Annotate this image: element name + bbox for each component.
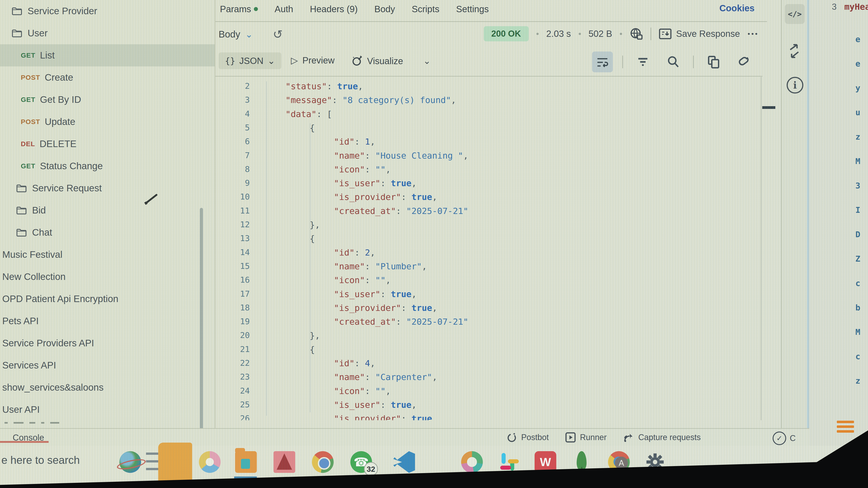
tab-headers-9[interactable]: Headers (9)	[310, 4, 358, 14]
vscode-icon[interactable]	[393, 451, 415, 473]
link-icon[interactable]	[734, 52, 754, 72]
code-line: 11"created_at": "2025-07-21"	[215, 206, 761, 220]
sidebar-item-label: Bid	[32, 205, 46, 216]
response-json-body[interactable]: 2"status": true,3"message": "8 category(…	[215, 77, 761, 420]
dot-separator	[579, 33, 581, 35]
response-scrollbar-thumb[interactable]	[762, 106, 775, 109]
code-snippet-button[interactable]: </>	[785, 4, 805, 24]
sidebar-item-new-collection[interactable]: New Collection	[0, 266, 215, 288]
sidebar-item-show-services-saloons[interactable]: show_services&saloons	[0, 377, 215, 398]
scroll-to-icon[interactable]	[787, 43, 802, 59]
sidebar-item-label: Status Change	[40, 161, 103, 171]
cookies-link[interactable]: Cookies	[719, 3, 754, 13]
status-badge: 200 OK	[484, 26, 529, 41]
save-icon	[659, 29, 672, 39]
code-line: 9"is_user": true,	[215, 178, 761, 192]
save-response-button[interactable]: Save Response	[659, 29, 740, 39]
sidebar-item-label: User	[28, 28, 48, 39]
color-wheel-icon[interactable]	[199, 451, 221, 473]
sidebar-item-label: New Collection	[2, 271, 66, 282]
footer-right-tools: Postbot Runner Capture requests	[506, 432, 701, 443]
taskbar-search-input[interactable]: e here to search	[1, 454, 80, 466]
response-body-dropdown[interactable]: Body ⌄	[219, 29, 253, 40]
code-text: {	[310, 345, 315, 355]
sidebar-item-create[interactable]: POSTCreate	[0, 66, 215, 89]
slack-icon[interactable]	[498, 451, 520, 473]
code-line: 18"is_provider": true,	[215, 303, 761, 317]
code-line: 14"id": 2,	[215, 248, 761, 262]
swirl-browser-icon[interactable]	[461, 451, 483, 473]
sidebar-item-opd-patient-api-encryption[interactable]: OPD Patient Api Encryption	[0, 288, 215, 310]
earth-icon[interactable]	[119, 451, 141, 473]
line-number: 8	[215, 164, 250, 174]
sidebar-item-service-request[interactable]: Service Request	[0, 177, 215, 199]
tab-settings[interactable]: Settings	[456, 4, 489, 14]
search-icon[interactable]	[663, 52, 684, 72]
capture-requests-button[interactable]: Capture requests	[623, 432, 701, 443]
sidebar-item-service-provider[interactable]: Service Provider	[0, 0, 215, 22]
copy-icon[interactable]	[703, 52, 724, 72]
sidebar-item-get-by-id[interactable]: GETGet By ID	[0, 89, 215, 111]
folder-app-icon[interactable]	[235, 451, 257, 473]
sidebar-item-label: Music Festival	[2, 249, 62, 260]
sidebar-item-pets-api[interactable]: Pets API	[0, 310, 215, 332]
tab-label: Params	[220, 4, 251, 14]
sidebar-item-list[interactable]: GETList	[0, 44, 215, 66]
triangle-app-icon[interactable]	[274, 451, 295, 473]
code-line: 24"icon": "",	[215, 386, 761, 400]
folder-icon	[12, 29, 22, 37]
sidebar-item-user[interactable]: User	[0, 22, 215, 44]
chevron-down-icon[interactable]: ⌄	[423, 56, 431, 66]
orange-menu-icon	[837, 421, 854, 435]
check-circle-icon: ✓	[773, 431, 786, 445]
filter-icon[interactable]	[632, 52, 653, 72]
sidebar-item-music-festival[interactable]: Music Festival	[0, 243, 215, 266]
sidebar-item-update[interactable]: POSTUpdate	[0, 111, 215, 133]
response-side-rail: </> i	[781, 0, 809, 428]
tab-params[interactable]: Params	[220, 4, 258, 14]
divider	[651, 28, 651, 40]
postbot-label: Postbot	[521, 433, 549, 442]
monitor-edge-highlight	[807, 0, 809, 443]
status-check[interactable]: ✓ C	[773, 431, 796, 445]
chrome-icon[interactable]	[312, 451, 334, 473]
history-icon[interactable]: ↺	[273, 28, 283, 41]
wrap-lines-button[interactable]	[592, 52, 613, 72]
code-text: "created_at": "2025-07-21"	[334, 206, 468, 216]
network-lock-icon[interactable]	[630, 27, 643, 40]
runner-icon	[565, 432, 576, 443]
window-title-fragment: myHea	[844, 2, 868, 12]
runner-button[interactable]: Runner	[565, 432, 607, 443]
postbot-button[interactable]: Postbot	[506, 432, 549, 443]
sidebar-item-label: OPD Patient Api Encryption	[2, 293, 119, 304]
visualize-tab[interactable]: Visualize	[351, 55, 403, 67]
line-number: 20	[215, 330, 250, 340]
sidebar-item-bid[interactable]: Bid	[0, 199, 215, 221]
response-time: 2.03 s	[546, 29, 571, 39]
format-select[interactable]: {} JSON ⌄	[219, 53, 281, 69]
info-icon[interactable]: i	[786, 77, 803, 94]
line-number: 5	[215, 123, 250, 132]
tab-body[interactable]: Body	[374, 4, 395, 14]
tab-auth[interactable]: Auth	[275, 4, 293, 14]
line-number: 10	[215, 192, 250, 201]
code-text: "id": 1,	[334, 137, 375, 147]
sidebar-item-user-api[interactable]: User API	[0, 398, 215, 421]
sidebar-item-label: Chat	[32, 227, 52, 238]
line-number: 19	[215, 317, 250, 326]
code-right-border	[761, 77, 761, 420]
collections-tree: Service ProviderUserGETListPOSTCreateGET…	[0, 0, 215, 421]
code-line: 16"icon": "",	[215, 275, 761, 289]
preview-tab[interactable]: ▷ Preview	[291, 55, 335, 66]
divider	[693, 56, 694, 68]
line-number: 7	[215, 151, 250, 160]
sidebar-item-delete[interactable]: DELDELETE	[0, 133, 215, 155]
sidebar-item-services-api[interactable]: Services API	[0, 354, 215, 377]
more-options-button[interactable]: •••	[747, 30, 759, 38]
sidebar-item-status-change[interactable]: GETStatus Change	[0, 155, 215, 177]
sidebar-item-chat[interactable]: Chat	[0, 221, 215, 243]
whatsapp-icon[interactable]: ☎32	[350, 451, 372, 473]
tab-scripts[interactable]: Scripts	[412, 4, 439, 14]
line-number: 23	[215, 372, 250, 381]
sidebar-item-service-providers-api[interactable]: Service Providers API	[0, 332, 215, 354]
